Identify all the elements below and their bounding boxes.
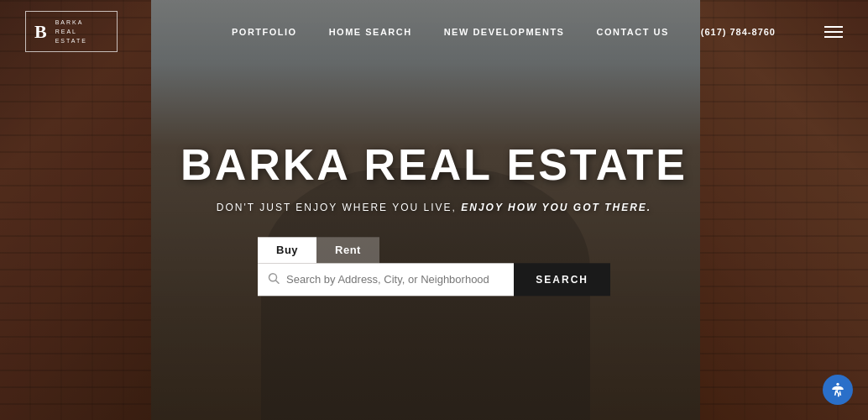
subtitle-plain: DON'T JUST ENJOY WHERE YOU LIVE, [217, 202, 457, 213]
hero-section: B BARKA REAL ESTATE PORTFOLIO HOME SEARC… [0, 0, 868, 420]
svg-line-1 [276, 281, 280, 284]
hero-subtitle: DON'T JUST ENJOY WHERE YOU LIVE, ENJOY H… [140, 202, 728, 213]
svg-point-2 [836, 383, 839, 386]
accessibility-icon [829, 381, 846, 398]
logo-line3: ESTATE [55, 37, 87, 45]
hamburger-menu[interactable] [824, 26, 843, 38]
logo-line2: REAL [55, 28, 87, 35]
hero-title: BARKA REAL ESTATE [140, 139, 728, 190]
nav-home-search[interactable]: HOME SEARCH [329, 27, 412, 37]
logo[interactable]: B BARKA REAL ESTATE [25, 11, 118, 52]
accessibility-button[interactable] [823, 375, 853, 405]
tab-row: Buy Rent [258, 237, 379, 263]
search-container: Buy Rent SEARCH [258, 237, 610, 296]
search-input-wrap [258, 263, 514, 296]
nav-links: PORTFOLIO HOME SEARCH NEW DEVELOPMENTS C… [232, 26, 843, 38]
search-button[interactable]: SEARCH [514, 263, 610, 296]
logo-line1: BARKA [55, 18, 87, 26]
nav-phone: (617) 784-8760 [701, 27, 776, 37]
subtitle-italic: ENJOY HOW YOU GOT THERE. [457, 202, 651, 213]
logo-letter: B [34, 23, 47, 41]
search-row: SEARCH [258, 263, 610, 296]
nav-contact-us[interactable]: CONTACT US [596, 27, 668, 37]
search-icon [268, 272, 280, 286]
nav-portfolio[interactable]: PORTFOLIO [232, 27, 297, 37]
hero-content: BARKA REAL ESTATE DON'T JUST ENJOY WHERE… [140, 139, 728, 296]
tab-rent[interactable]: Rent [316, 237, 379, 263]
search-input[interactable] [286, 263, 504, 296]
logo-text-block: BARKA REAL ESTATE [55, 18, 87, 45]
tab-buy[interactable]: Buy [258, 237, 316, 263]
navbar: B BARKA REAL ESTATE PORTFOLIO HOME SEARC… [0, 0, 868, 63]
nav-new-developments[interactable]: NEW DEVELOPMENTS [444, 27, 565, 37]
